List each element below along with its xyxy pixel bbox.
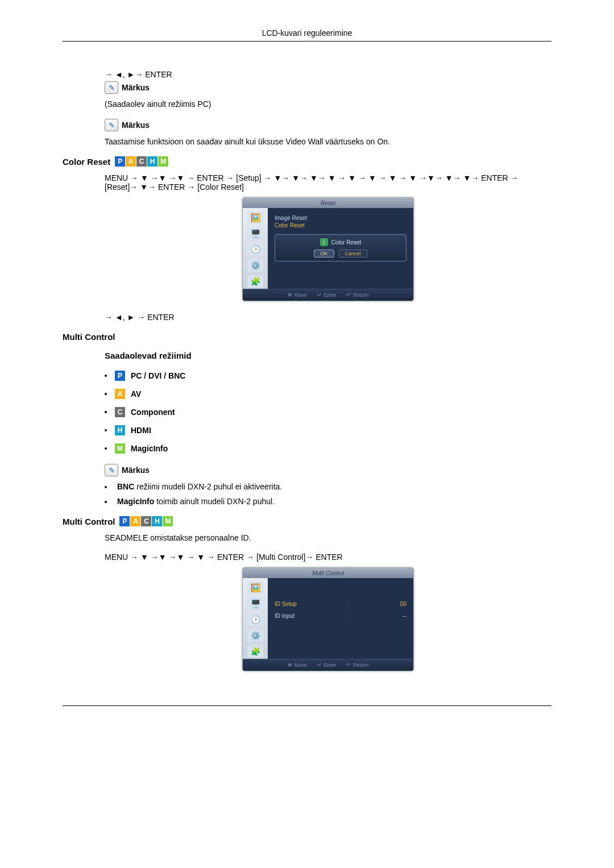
note-text-2: Taastamise funktsioon on saadav ainult k… — [105, 137, 551, 146]
note-magicinfo-rest: toimib ainult mudeli DXN-2 puhul. — [154, 497, 275, 506]
osd-footer: ✥Move ↵Enter ↶Return — [243, 659, 413, 671]
osd-sidebar-icon-display: 🖥️ — [247, 597, 263, 610]
mode-a-icon: A — [115, 389, 125, 399]
mode-item-magicinfo: M MagicInfo — [105, 443, 551, 454]
section-color-reset-label: Color Reset — [63, 157, 110, 167]
bullet-icon — [105, 486, 107, 488]
note-text-1: (Saadaolev ainult režiimis PC) — [105, 99, 551, 109]
enter-icon: ↵ — [317, 292, 322, 298]
mode-item-av: A AV — [105, 389, 551, 399]
mode-h-icon: H — [115, 425, 125, 435]
osd-footer-move-label: Move — [294, 292, 307, 298]
osd-dialog: i Color Reset OK Cancel — [275, 234, 406, 261]
osd-footer-enter-label: Enter — [324, 662, 337, 668]
note-label: Märkus — [122, 466, 150, 475]
note-bnc-rest: režiimi mudeli DXN-2 puhul ei aktiveerit… — [134, 482, 282, 491]
osd-sidebar-icon-settings: ⚙️ — [247, 259, 263, 272]
nav-enter-line: → ◄, ►→ ENTER — [105, 70, 551, 79]
osd-footer-return-label: Return — [353, 292, 368, 298]
mode-item-component: C Component — [105, 407, 551, 417]
cancel-button[interactable]: Cancel — [339, 250, 367, 258]
page-header: LCD-kuvari reguleerimine — [63, 28, 551, 41]
return-icon: ↶ — [346, 662, 351, 668]
osd-sidebar-icon-picture: 🖼️ — [247, 582, 263, 594]
content-block: SEADMELE omistatakse personaalne ID. MEN… — [105, 533, 551, 671]
note-bullet-magicinfo: MagicInfo toimib ainult mudeli DXN-2 puh… — [105, 497, 551, 506]
footer-rule — [63, 705, 551, 706]
osd-footer-move: ✥Move — [288, 662, 307, 668]
osd-main: Image Reset Color Reset i Color Reset OK… — [268, 208, 413, 289]
osd-row-id-input[interactable]: ID Input : -- — [275, 613, 406, 619]
osd-sidebar-icon-clock: 🕑 — [247, 243, 263, 256]
osd-row-id-setup[interactable]: ID Setup : 00 — [275, 601, 406, 607]
note-icon: ✎ — [105, 464, 118, 476]
mode-av-label: AV — [131, 389, 141, 398]
mode-list: P PC / DVI / BNC A AV C Component H HDMI… — [105, 371, 551, 454]
mode-h-icon: H — [152, 516, 162, 526]
osd-item-color-reset[interactable]: Color Reset — [275, 222, 406, 229]
bullet-icon — [105, 501, 107, 503]
osd-footer-enter: ↵Enter — [317, 662, 337, 668]
osd-footer-move-label: Move — [294, 662, 307, 668]
osd-sidebar-icon-multi: 🧩 — [247, 275, 263, 288]
mode-hdmi-label: HDMI — [131, 426, 151, 435]
mode-magicinfo-label: MagicInfo — [131, 444, 168, 453]
note-magicinfo-text: MagicInfo toimib ainult mudeli DXN-2 puh… — [117, 497, 275, 506]
mode-p-icon: P — [115, 371, 125, 381]
mode-pc-label: PC / DVI / BNC — [131, 371, 185, 380]
mode-c-icon: C — [136, 156, 147, 167]
bullet-icon — [105, 411, 107, 413]
info-icon: i — [320, 238, 328, 246]
note-bnc-text: BNC režiimi mudeli DXN-2 puhul ei aktive… — [117, 482, 282, 491]
osd-body: 🖼️ 🖥️ 🕑 ⚙️ 🧩 ID Setup : 00 ID Input : — [243, 578, 413, 659]
note-label: Märkus — [122, 83, 150, 92]
mode-c-icon: C — [141, 516, 151, 526]
nav-color-reset: MENU → ▼ →▼ →▼ → ENTER → [Setup] → ▼→ ▼→… — [105, 173, 551, 192]
mode-a-icon: A — [126, 156, 136, 167]
osd-footer-return: ↶Return — [346, 292, 368, 298]
osd-item-image-reset[interactable]: Image Reset — [275, 215, 406, 221]
mode-p-icon: P — [119, 516, 130, 526]
note-bullet-bnc: BNC režiimi mudeli DXN-2 puhul ei aktive… — [105, 482, 551, 491]
note-text-2-span: Taastamise funktsioon on saadav ainult k… — [105, 137, 390, 146]
bullet-icon — [105, 393, 107, 395]
osd-id-input-label: ID Input — [275, 613, 294, 619]
mode-h-icon: H — [147, 156, 157, 167]
osd-reset-window: Reset 🖼️ 🖥️ 🕑 ⚙️ 🧩 Image Reset Color Res… — [242, 197, 414, 301]
section-multi-control-heading: Multi Control — [63, 332, 551, 342]
osd-footer-return: ↶Return — [346, 662, 368, 668]
mode-c-icon: C — [115, 407, 125, 417]
mode-item-hdmi: H HDMI — [105, 425, 551, 435]
ok-button[interactable]: OK — [314, 250, 334, 258]
osd-id-setup-value: 00 — [400, 601, 406, 607]
bullet-icon — [105, 429, 107, 431]
section-multi-control-label: Multi Control — [63, 517, 115, 526]
mode-component-label: Component — [131, 408, 175, 417]
mode-p-icon: P — [115, 156, 125, 167]
osd-footer-move: ✥Move — [288, 292, 307, 298]
multi-control-desc: SEADMELE omistatakse personaalne ID. — [105, 533, 551, 542]
osd-id-input-value: -- — [403, 613, 406, 619]
osd-footer-enter: ↵Enter — [317, 292, 337, 298]
section-multi-control: Multi Control P A C H M — [63, 516, 551, 526]
move-icon: ✥ — [288, 292, 292, 298]
osd-footer: ✥Move ↵Enter ↶Return — [243, 289, 413, 301]
osd-sidebar-icon-display: 🖥️ — [247, 227, 263, 240]
section-multi-control-label: Multi Control — [63, 332, 115, 342]
mode-item-pc: P PC / DVI / BNC — [105, 371, 551, 381]
bullet-icon — [105, 447, 107, 450]
content-block: Saadaolevad režiimid P PC / DVI / BNC A … — [105, 351, 551, 506]
osd-id-setup-label: ID Setup — [275, 601, 297, 607]
content-block: → ◄, ►→ ENTER ✎ Märkus (Saadaolev ainult… — [105, 70, 551, 146]
move-icon: ✥ — [288, 662, 292, 668]
note-row: ✎ Märkus — [105, 81, 551, 94]
osd-titlebar: Multi Control — [243, 568, 413, 578]
note-icon: ✎ — [105, 81, 118, 94]
document-page: LCD-kuvari reguleerimine → ◄, ►→ ENTER ✎… — [0, 0, 614, 729]
osd-sidebar-icon-clock: 🕑 — [247, 613, 263, 626]
note-row: ✎ Märkus — [105, 464, 551, 476]
enter-icon: ↵ — [317, 662, 322, 668]
osd-footer-enter-label: Enter — [324, 292, 337, 298]
bullet-icon — [105, 375, 107, 377]
note-label: Märkus — [122, 121, 150, 130]
